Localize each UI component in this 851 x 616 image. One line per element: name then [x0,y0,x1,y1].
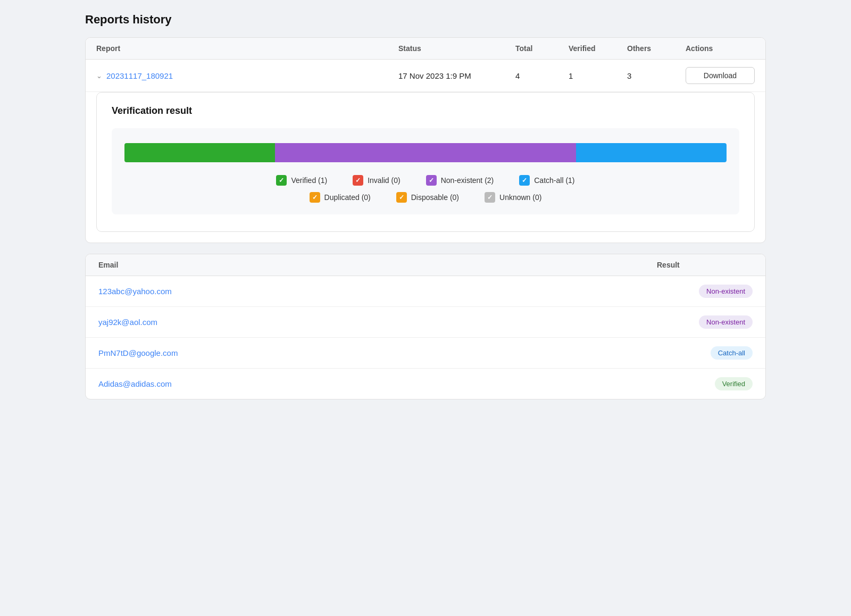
email-link-2[interactable]: yaj92k@aol.com [98,318,657,327]
result-badge-4: Verified [715,377,753,390]
bar-segment-verified [124,143,275,162]
email-row-2: yaj92k@aol.com Non-existent [86,307,765,338]
legend-label-duplicated: Duplicated (0) [324,193,371,202]
result-cell-4: Verified [657,377,753,390]
result-col-header: Result [657,261,753,269]
email-link-4[interactable]: Adidas@adidas.com [98,379,657,388]
legend-item-nonexistent: ✓ Non-existent (2) [426,175,494,186]
col-header-verified: Verified [569,44,627,53]
checkbox-catchall[interactable]: ✓ [519,175,530,186]
legend-item-duplicated: ✓ Duplicated (0) [310,192,371,203]
page-title: Reports history [85,13,766,27]
col-header-actions: Actions [686,44,755,53]
checkbox-nonexistent[interactable]: ✓ [426,175,437,186]
legend-item-disposable: ✓ Disposable (0) [396,192,459,203]
result-badge-3: Catch-all [711,346,753,360]
col-header-others: Others [627,44,686,53]
email-row-1: 123abc@yahoo.com Non-existent [86,276,765,307]
report-name-cell: ⌄ 20231117_180921 [96,71,398,80]
legend-label-invalid: Invalid (0) [368,176,400,185]
col-header-total: Total [515,44,569,53]
download-button[interactable]: Download [686,67,755,84]
verification-panel: Verification result ✓ Verified (1) [96,92,755,232]
report-total: 4 [515,71,569,80]
legend-item-verified: ✓ Verified (1) [276,175,327,186]
stacked-bar [124,143,727,162]
email-link-1[interactable]: 123abc@yahoo.com [98,287,657,296]
report-link[interactable]: 20231117_180921 [106,71,173,80]
legend-rows: ✓ Verified (1) ✓ Invalid (0) ✓ Non-exist… [124,175,727,203]
result-cell-3: Catch-all [657,346,753,360]
checkbox-disposable[interactable]: ✓ [396,192,407,203]
legend-item-invalid: ✓ Invalid (0) [353,175,400,186]
report-verified: 1 [569,71,627,80]
checkbox-invalid[interactable]: ✓ [353,175,363,186]
legend-item-unknown: ✓ Unknown (0) [485,192,541,203]
email-row-3: PmN7tD@google.com Catch-all [86,338,765,369]
result-cell-2: Non-existent [657,315,753,329]
report-status: 17 Nov 2023 1:9 PM [398,71,515,80]
email-table-card: Email Result 123abc@yahoo.com Non-existe… [85,254,766,399]
chevron-down-icon[interactable]: ⌄ [96,72,102,80]
legend-row-2: ✓ Duplicated (0) ✓ Disposable (0) ✓ Unkn… [310,192,542,203]
bar-segment-nonexistent [275,143,576,162]
checkbox-duplicated[interactable]: ✓ [310,192,320,203]
reports-history-card: Report Status Total Verified Others Acti… [85,37,766,243]
legend-row-1: ✓ Verified (1) ✓ Invalid (0) ✓ Non-exist… [276,175,574,186]
bar-chart-container: ✓ Verified (1) ✓ Invalid (0) ✓ Non-exist… [112,128,739,214]
email-col-header: Email [98,261,657,269]
email-row-4: Adidas@adidas.com Verified [86,369,765,399]
bar-segment-catchall [576,143,727,162]
result-cell-1: Non-existent [657,285,753,298]
email-link-3[interactable]: PmN7tD@google.com [98,348,657,357]
reports-table-header: Report Status Total Verified Others Acti… [86,38,765,60]
legend-label-catchall: Catch-all (1) [534,176,574,185]
col-header-status: Status [398,44,515,53]
email-table-header: Email Result [86,254,765,276]
legend-label-disposable: Disposable (0) [411,193,459,202]
reports-table-row: ⌄ 20231117_180921 17 Nov 2023 1:9 PM 4 1… [86,60,765,92]
report-others: 3 [627,71,686,80]
col-header-report: Report [96,44,398,53]
checkbox-verified[interactable]: ✓ [276,175,287,186]
result-badge-1: Non-existent [699,285,753,298]
checkbox-unknown[interactable]: ✓ [485,192,495,203]
legend-item-catchall: ✓ Catch-all (1) [519,175,574,186]
verification-title: Verification result [112,105,739,116]
result-badge-2: Non-existent [699,315,753,329]
legend-label-verified: Verified (1) [291,176,327,185]
legend-label-nonexistent: Non-existent (2) [441,176,494,185]
legend-label-unknown: Unknown (0) [499,193,541,202]
